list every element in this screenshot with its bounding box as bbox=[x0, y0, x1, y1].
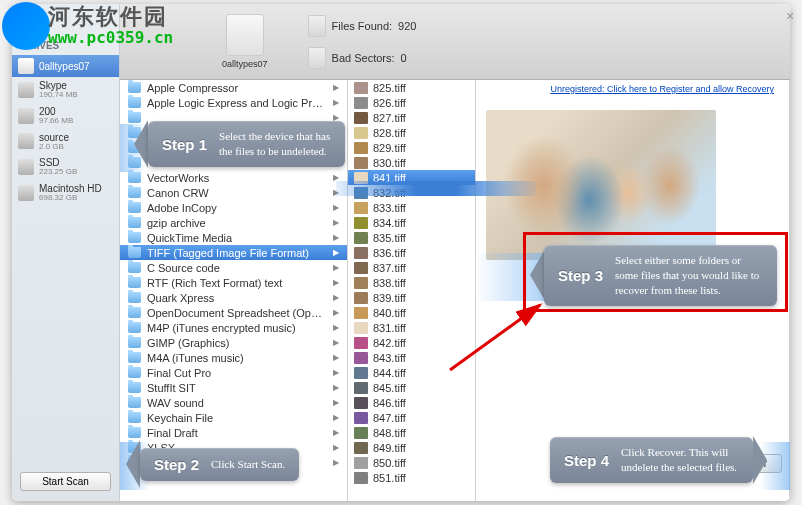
file-thumbnail-icon bbox=[354, 172, 368, 184]
file-row[interactable]: 833.tiff bbox=[348, 200, 475, 215]
device-item[interactable]: Macintosh HD 698.32 GB bbox=[12, 180, 119, 206]
folder-row[interactable]: VectorWorks ▶ bbox=[120, 170, 347, 185]
device-item[interactable]: source 2.0 GB bbox=[12, 129, 119, 155]
file-thumbnail-icon bbox=[354, 457, 368, 469]
step4-label: Step 4 bbox=[564, 452, 609, 469]
chevron-right-icon: ▶ bbox=[333, 278, 339, 287]
file-row[interactable]: 827.tiff bbox=[348, 110, 475, 125]
file-row[interactable]: 830.tiff bbox=[348, 155, 475, 170]
folder-label: Quark Xpress bbox=[147, 292, 327, 304]
file-thumbnail-icon bbox=[354, 352, 368, 364]
bad-sectors-stat: Bad Sectors: 0 bbox=[308, 47, 417, 69]
folder-icon bbox=[128, 82, 141, 93]
folder-row[interactable]: Canon CRW ▶ bbox=[120, 185, 347, 200]
file-row[interactable]: 838.tiff bbox=[348, 275, 475, 290]
file-row[interactable]: 825.tiff bbox=[348, 80, 475, 95]
file-row[interactable]: 835.tiff bbox=[348, 230, 475, 245]
file-row[interactable]: 846.tiff bbox=[348, 395, 475, 410]
file-row[interactable]: 837.tiff bbox=[348, 260, 475, 275]
chevron-right-icon: ▶ bbox=[333, 293, 339, 302]
close-button[interactable]: × bbox=[786, 8, 794, 16]
folder-row[interactable]: Keychain File ▶ bbox=[120, 410, 347, 425]
folder-icon bbox=[128, 352, 141, 363]
file-name: 839.tiff bbox=[373, 292, 406, 304]
file-name: 838.tiff bbox=[373, 277, 406, 289]
chevron-right-icon: ▶ bbox=[333, 83, 339, 92]
file-row[interactable]: 841.tiff bbox=[348, 170, 475, 185]
device-info: SSD 223.25 GB bbox=[39, 157, 77, 177]
folder-row[interactable]: gzip archive ▶ bbox=[120, 215, 347, 230]
folder-row[interactable]: Apple Compressor ▶ bbox=[120, 80, 347, 95]
file-name: 831.tiff bbox=[373, 322, 406, 334]
device-item[interactable]: SSD 223.25 GB bbox=[12, 154, 119, 180]
folder-label: M4A (iTunes music) bbox=[147, 352, 327, 364]
folder-icon bbox=[128, 412, 141, 423]
folder-row[interactable]: StuffIt SIT ▶ bbox=[120, 380, 347, 395]
device-info: Macintosh HD 698.32 GB bbox=[39, 183, 102, 203]
folder-row[interactable]: Adobe InCopy ▶ bbox=[120, 200, 347, 215]
file-thumbnail-icon bbox=[354, 112, 368, 124]
folder-row[interactable]: TIFF (Tagged Image File Format) ▶ bbox=[120, 245, 347, 260]
step4-text: Click Recover. This will undelete the se… bbox=[621, 445, 739, 475]
files-found-stat: Files Found: 920 bbox=[308, 15, 417, 37]
folder-icon bbox=[128, 187, 141, 198]
folder-label: C Source code bbox=[147, 262, 327, 274]
file-name: 849.tiff bbox=[373, 442, 406, 454]
device-item[interactable]: 200 97.66 MB bbox=[12, 103, 119, 129]
device-info: 0alltypes07 bbox=[39, 61, 90, 72]
device-info: source 2.0 GB bbox=[39, 132, 69, 152]
folder-row[interactable]: C Source code ▶ bbox=[120, 260, 347, 275]
file-row[interactable]: 845.tiff bbox=[348, 380, 475, 395]
register-link[interactable]: Unregistered: Click here to Register and… bbox=[550, 84, 774, 94]
file-row[interactable]: 848.tiff bbox=[348, 425, 475, 440]
file-thumbnail-icon bbox=[354, 382, 368, 394]
drive-label: 0alltypes07 bbox=[222, 59, 268, 69]
folder-label: Apple Logic Express and Logic Pro Projec… bbox=[147, 97, 327, 109]
chevron-right-icon: ▶ bbox=[333, 338, 339, 347]
folder-icon bbox=[128, 247, 141, 258]
file-thumbnail-icon bbox=[354, 217, 368, 229]
device-item[interactable]: 0alltypes07 bbox=[12, 55, 119, 77]
file-row[interactable]: 836.tiff bbox=[348, 245, 475, 260]
folder-row[interactable]: Apple Logic Express and Logic Pro Projec… bbox=[120, 95, 347, 110]
file-thumbnail-icon bbox=[354, 97, 368, 109]
chevron-right-icon: ▶ bbox=[333, 263, 339, 272]
annotation-arrow-icon bbox=[440, 290, 560, 380]
chevron-right-icon: ▶ bbox=[333, 458, 339, 467]
file-thumbnail-icon bbox=[354, 157, 368, 169]
file-row[interactable]: 849.tiff bbox=[348, 440, 475, 455]
file-row[interactable]: 834.tiff bbox=[348, 215, 475, 230]
folder-row[interactable]: RTF (Rich Text Format) text ▶ bbox=[120, 275, 347, 290]
file-thumbnail-icon bbox=[354, 142, 368, 154]
bad-sectors-label: Bad Sectors: bbox=[332, 52, 395, 64]
disk-icon bbox=[18, 108, 34, 124]
folder-row[interactable]: M4P (iTunes encrypted music) ▶ bbox=[120, 320, 347, 335]
device-item[interactable]: Skype 190.74 MB bbox=[12, 77, 119, 103]
watermark-logo bbox=[2, 2, 50, 50]
file-row[interactable]: 828.tiff bbox=[348, 125, 475, 140]
file-thumbnail-icon bbox=[354, 427, 368, 439]
disk-icon bbox=[18, 133, 34, 149]
file-row[interactable]: 826.tiff bbox=[348, 95, 475, 110]
file-row[interactable]: 847.tiff bbox=[348, 410, 475, 425]
folder-row[interactable]: Quark Xpress ▶ bbox=[120, 290, 347, 305]
file-name: 847.tiff bbox=[373, 412, 406, 424]
drive-visual: 0alltypes07 bbox=[222, 14, 268, 69]
folder-row[interactable]: QuickTime Media ▶ bbox=[120, 230, 347, 245]
file-row[interactable]: 850.tiff bbox=[348, 455, 475, 470]
file-name: 842.tiff bbox=[373, 337, 406, 349]
start-scan-button[interactable]: Start Scan bbox=[20, 472, 111, 491]
folder-icon bbox=[128, 262, 141, 273]
file-row[interactable]: 829.tiff bbox=[348, 140, 475, 155]
files-icon bbox=[308, 15, 326, 37]
folder-row[interactable]: Final Draft ▶ bbox=[120, 425, 347, 440]
folder-row[interactable]: M4A (iTunes music) ▶ bbox=[120, 350, 347, 365]
file-row[interactable]: 832.tiff bbox=[348, 185, 475, 200]
file-thumbnail-icon bbox=[354, 232, 368, 244]
folder-row[interactable]: GIMP (Graphics) ▶ bbox=[120, 335, 347, 350]
folder-row[interactable]: Final Cut Pro ▶ bbox=[120, 365, 347, 380]
folder-row[interactable]: OpenDocument Spreadsheet (OpenOffice.org… bbox=[120, 305, 347, 320]
folder-row[interactable]: WAV sound ▶ bbox=[120, 395, 347, 410]
file-thumbnail-icon bbox=[354, 247, 368, 259]
file-row[interactable]: 851.tiff bbox=[348, 470, 475, 485]
